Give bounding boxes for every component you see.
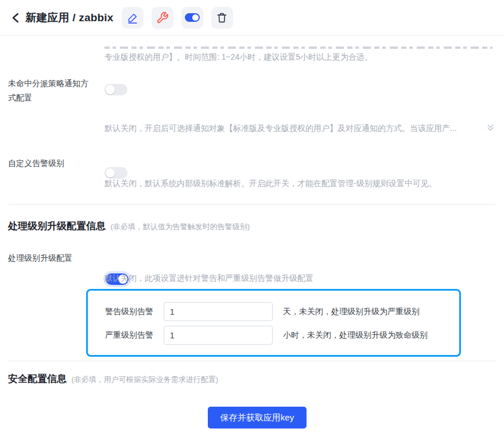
upgrade-info-section-title: 处理级别升级配置信息 xyxy=(8,221,106,231)
double-chevron-down-icon xyxy=(486,123,495,133)
security-section-title: 安全配置信息 xyxy=(8,373,67,384)
edit-pencil-icon xyxy=(126,11,139,24)
upgrade-info-section-note: (非必填，默认值为告警触发时的告警级别) xyxy=(110,222,250,231)
save-and-get-key-button[interactable]: 保存并获取应用key xyxy=(208,407,307,429)
back-chevron-icon xyxy=(11,13,20,23)
security-section-header: 安全配置信息 (非必填，用户可根据实际业务需求进行配置) xyxy=(8,372,218,385)
warning-level-label: 警告级别告警 xyxy=(105,307,164,317)
page-title: 新建应用 / zabbix xyxy=(25,10,114,25)
custom-alert-level-toggle[interactable] xyxy=(104,167,127,179)
dispatch-notify-help: 默认关闭，开启后可选择通知对象【标准版及专业版授权的用户】及对应通知的方式。当该… xyxy=(104,123,457,133)
new-app-settings-page: 新建应用 / zabbix 专业版授权的用户】。时间范围: 1~24小时，建议设… xyxy=(0,0,504,440)
severe-level-row: 严重级别告警 小时，未关闭，处理级别升级为致命级别 xyxy=(105,326,428,345)
severe-level-input[interactable] xyxy=(164,326,273,345)
edit-button[interactable] xyxy=(122,7,144,29)
severe-level-suffix: 小时，未关闭，处理级别升级为致命级别 xyxy=(283,330,428,341)
security-section-note: (非必填，用户可根据实际业务需求进行配置) xyxy=(71,375,218,384)
expand-help-control[interactable] xyxy=(486,123,495,135)
upgrade-config-help: 默认关闭，此项设置进针对警告和严重级别告警做升级配置 xyxy=(104,273,313,283)
upgrade-config-label: 处理级别升级配置 xyxy=(8,251,72,265)
section-divider xyxy=(8,204,496,204)
clipped-text-line xyxy=(104,47,493,49)
warning-level-input[interactable] xyxy=(164,302,273,321)
toggle-knob xyxy=(106,168,115,177)
severe-level-label: 严重级别告警 xyxy=(105,330,164,341)
trash-icon xyxy=(216,11,228,24)
warning-level-row: 警告级别告警 天，未关闭，处理级别升级为严重级别 xyxy=(105,302,420,321)
dispatch-notify-toggle[interactable] xyxy=(104,84,127,95)
page-header: 新建应用 / zabbix xyxy=(0,0,504,36)
wrench-icon xyxy=(156,11,169,24)
toggle-knob xyxy=(106,85,115,94)
section-divider xyxy=(8,361,496,361)
custom-alert-level-help: 默认关闭，默认系统内部级别标准解析。开启此开关，才能在配置管理-级别规则设置中可… xyxy=(104,179,437,188)
delete-button[interactable] xyxy=(211,7,233,29)
enable-toggle-button[interactable] xyxy=(181,7,203,29)
dispatch-notify-label: 未命中分派策略通知方式配置 xyxy=(8,76,94,105)
custom-alert-level-label: 自定义告警级别 xyxy=(8,156,64,171)
upgrade-info-section-header: 处理级别升级配置信息 (非必填，默认值为告警触发时的告警级别) xyxy=(8,219,250,233)
debug-button[interactable] xyxy=(152,7,173,29)
back-button[interactable] xyxy=(9,11,22,24)
enabled-toggle-icon xyxy=(185,13,200,22)
warning-level-suffix: 天，未关闭，处理级别升级为严重级别 xyxy=(283,307,420,317)
intro-help-line: 专业版授权的用户】。时间范围: 1~24小时，建议设置5小时以上更为合适。 xyxy=(104,52,373,62)
upgrade-rules-box: 警告级别告警 天，未关闭，处理级别升级为严重级别 严重级别告警 小时，未关闭，处… xyxy=(86,289,461,357)
